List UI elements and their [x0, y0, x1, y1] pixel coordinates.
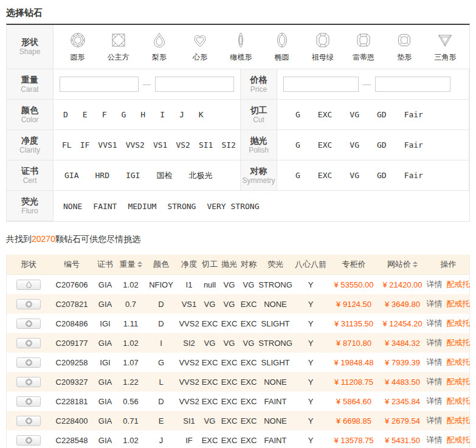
polish-option[interactable]: VG	[350, 140, 359, 150]
shape-option-radiant[interactable]: 雷蒂恩	[343, 32, 384, 63]
round-shape-button[interactable]	[16, 435, 41, 446]
range-dash: —	[363, 80, 371, 89]
sort-icon[interactable]	[413, 261, 418, 267]
clarity-option[interactable]: IF	[80, 140, 90, 150]
shape-option-cushion[interactable]: 垫形	[384, 32, 425, 63]
match-setting-link[interactable]: 配戒托	[447, 318, 471, 329]
color-option[interactable]: F	[102, 110, 107, 119]
clarity-option[interactable]: VVS2	[126, 140, 145, 150]
color-option[interactable]: G	[121, 110, 126, 119]
cut-option[interactable]: Fair	[404, 110, 423, 119]
clarity-option[interactable]: VS2	[176, 140, 190, 150]
shape-option-heart[interactable]: 心形	[180, 32, 221, 63]
round-shape-button[interactable]	[16, 377, 41, 387]
carat-min-input[interactable]	[60, 77, 139, 92]
polish-option[interactable]: EXC	[318, 140, 332, 150]
round-shape-button[interactable]	[16, 396, 41, 407]
cert-option[interactable]: GIA	[64, 171, 78, 180]
symmetry-option[interactable]: G	[295, 171, 300, 180]
polish-option[interactable]: Fair	[404, 140, 423, 150]
symmetry-option[interactable]: Fair	[404, 171, 423, 180]
detail-link[interactable]: 详情	[427, 337, 443, 348]
fluro-option[interactable]: STRONG	[167, 202, 196, 211]
column-header-label[interactable]: 重量	[120, 259, 136, 270]
cut-option[interactable]: G	[295, 110, 300, 119]
symmetry-option[interactable]: VG	[350, 171, 359, 180]
round-shape-button[interactable]	[16, 416, 41, 426]
round-shape-button[interactable]	[16, 319, 41, 329]
summary-suffix: 颗钻石可供您尽情挑选	[55, 234, 140, 244]
shape-option-princess[interactable]: 公主方	[98, 32, 139, 63]
round-shape-button[interactable]	[16, 299, 41, 309]
match-setting-link[interactable]: 配戒托	[447, 415, 471, 426]
table-header-row: 形状编号证书重量颜色净度切工抛光对称荧光八心八箭专柜价网站价操作	[7, 255, 469, 275]
match-setting-link[interactable]: 配戒托	[447, 376, 471, 387]
color-option[interactable]: K	[199, 110, 204, 119]
cut-option[interactable]: GD	[377, 110, 387, 119]
symmetry-value: EXC	[239, 377, 258, 387]
price-max-input[interactable]	[375, 77, 450, 92]
color-value: L	[144, 377, 178, 387]
clarity-option[interactable]: SI2	[221, 140, 235, 150]
clarity-option[interactable]: SI1	[199, 140, 213, 150]
price-min-input[interactable]	[283, 77, 359, 92]
symmetry-option[interactable]: EXC	[318, 171, 332, 180]
round-shape-button[interactable]	[16, 357, 41, 368]
match-setting-link[interactable]: 配戒托	[447, 357, 471, 368]
fluro-option[interactable]: FAINT	[93, 202, 117, 211]
color-option[interactable]: D	[63, 110, 68, 119]
sort-icon[interactable]	[137, 261, 142, 267]
cert-option[interactable]: IGI	[126, 171, 140, 180]
detail-link[interactable]: 详情	[427, 396, 443, 407]
shape-option-trillion[interactable]: 三角形	[425, 32, 466, 63]
match-setting-link[interactable]: 配戒托	[447, 435, 471, 446]
polish-option[interactable]: G	[295, 140, 300, 150]
detail-link[interactable]: 详情	[427, 318, 443, 329]
clarity-option[interactable]: VVS1	[98, 140, 117, 150]
symmetry-option[interactable]: GD	[377, 171, 387, 180]
detail-link[interactable]: 详情	[427, 279, 443, 290]
cert-option[interactable]: 国检	[156, 170, 172, 181]
color-option[interactable]: I	[160, 110, 165, 119]
match-setting-link[interactable]: 配戒托	[447, 337, 471, 348]
cut-option[interactable]: VG	[350, 110, 359, 119]
cert-option[interactable]: 北极光	[188, 170, 212, 181]
shape-option-emerald[interactable]: 祖母绿	[302, 32, 343, 63]
pear-shape-button[interactable]	[16, 280, 41, 290]
column-header-label[interactable]: 网站价	[387, 259, 411, 270]
shape-option-marquise[interactable]: 橄榄形	[221, 32, 261, 63]
polish-option[interactable]: GD	[377, 140, 387, 150]
shape-option-round[interactable]: 圆形	[57, 32, 98, 63]
round-icon	[69, 32, 86, 49]
round-shape-button[interactable]	[16, 338, 41, 348]
clarity-option[interactable]: VS1	[153, 140, 167, 150]
clarity-option[interactable]: FL	[62, 140, 72, 150]
cut-option[interactable]: EXC	[318, 110, 332, 119]
shape-option-pear[interactable]: 梨形	[139, 32, 179, 63]
detail-link[interactable]: 详情	[427, 298, 443, 309]
match-setting-link[interactable]: 配戒托	[447, 279, 471, 290]
color-option[interactable]: J	[179, 110, 184, 119]
price-range-cell: —	[277, 69, 469, 100]
filter-label-clarity: 净度 Clarity	[7, 130, 53, 160]
hearts-arrows-value: Y	[292, 280, 329, 289]
counter-price: ¥ 13578.75	[329, 436, 379, 445]
detail-link[interactable]: 详情	[427, 357, 443, 368]
detail-link[interactable]: 详情	[427, 376, 443, 387]
match-setting-link[interactable]: 配戒托	[447, 396, 471, 407]
fluro-option[interactable]: VERY STRONG	[207, 202, 259, 211]
fluro-option[interactable]: NONE	[63, 202, 82, 211]
fluro-option[interactable]: MEDIUM	[128, 202, 156, 211]
emerald-icon	[314, 32, 331, 49]
carat-max-input[interactable]	[155, 77, 234, 92]
color-value: I	[144, 339, 178, 348]
detail-link[interactable]: 详情	[427, 435, 443, 446]
cert-option[interactable]: HRD	[95, 171, 109, 180]
detail-link[interactable]: 详情	[427, 415, 443, 426]
color-option[interactable]: E	[83, 110, 88, 119]
symmetry-value: EXC	[239, 436, 258, 445]
color-option[interactable]: H	[140, 110, 145, 119]
cert-value: IGI	[93, 319, 117, 328]
shape-option-oval[interactable]: 椭圆	[261, 32, 302, 63]
match-setting-link[interactable]: 配戒托	[447, 298, 471, 309]
